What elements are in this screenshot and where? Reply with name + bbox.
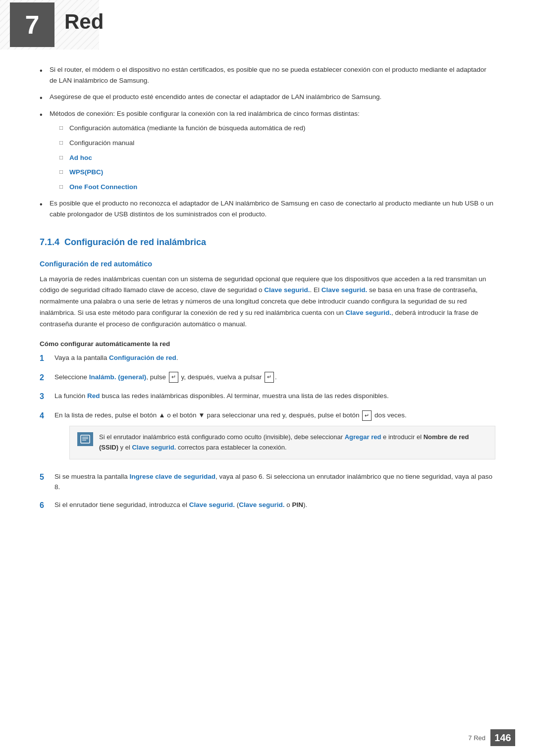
how-to-heading: Cómo configurar automáticamente la red [40, 340, 495, 348]
subsection-heading: Configuración de red automático [40, 260, 495, 268]
footer-section-label: 7 Red [468, 734, 485, 742]
step-6: 6 Si el enrutador tiene seguridad, intro… [40, 500, 495, 512]
chapter-number: 7 [25, 12, 40, 38]
sub-item-wps: WPS(PBC) [59, 167, 495, 178]
step-4: 4 En la lista de redes, pulse el botón ▲… [40, 410, 495, 464]
page-container: 7 Red Si el router, el módem o el dispos… [0, 0, 535, 756]
step-2: 2 Seleccione Inalámb. (general), pulse ↵… [40, 372, 495, 384]
sub-item-auto: Configuración automática (mediante la fu… [59, 123, 495, 134]
chapter-number-box: 7 [10, 2, 54, 47]
step-1: 1 Vaya a la pantalla Configuración de re… [40, 353, 495, 365]
svg-rect-0 [81, 435, 90, 443]
remote-icon-3: ↵ [362, 410, 372, 421]
chapter-title: Red [64, 10, 104, 34]
intro-bullet-list: Si el router, el módem o el dispositivo … [40, 64, 495, 220]
page-footer: 7 Red 146 [468, 729, 515, 746]
note-icon [77, 432, 93, 446]
steps-list: 1 Vaya a la pantalla Configuración de re… [40, 353, 495, 511]
footer-page-number: 146 [490, 729, 515, 746]
bullet-item-4: Es posible que el producto no reconozca … [40, 198, 495, 219]
sub-list-methods: Configuración automática (mediante la fu… [59, 123, 495, 192]
note-text: Si el enrutador inalámbrico está configu… [99, 432, 487, 453]
remote-icon-2: ↵ [265, 372, 274, 383]
sub-item-adhoc: Ad hoc [59, 152, 495, 163]
body-paragraph-1: La mayoría de redes inalámbricas cuentan… [40, 274, 495, 331]
chapter-header: 7 Red [0, 0, 535, 50]
step-5: 5 Si se muestra la pantalla Ingrese clav… [40, 471, 495, 493]
sub-item-onefoot: One Foot Connection [59, 182, 495, 193]
bullet-item-2: Asegúrese de que el producto esté encend… [40, 92, 495, 102]
content-area: Si el router, el módem o el dispositivo … [0, 64, 535, 549]
step-3: 3 La función Red busca las redes inalámb… [40, 391, 495, 403]
bullet-item-3: Métodos de conexión: Es posible configur… [40, 108, 495, 193]
bullet-item-1: Si el router, el módem o el dispositivo … [40, 64, 495, 86]
section-heading: 7.1.4 Configuración de red inalámbrica [40, 237, 495, 250]
remote-icon-1: ↵ [169, 372, 178, 383]
note-box: Si el enrutador inalámbrico está configu… [69, 426, 495, 459]
sub-item-manual: Configuración manual [59, 138, 495, 149]
